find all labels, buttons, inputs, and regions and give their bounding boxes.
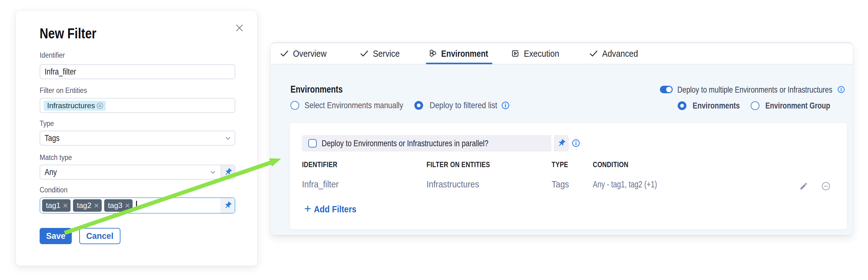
chevron-down-icon xyxy=(224,134,232,142)
radio-deploy-filtered-label: Deploy to filtered list xyxy=(430,100,508,110)
cancel-button[interactable]: Cancel xyxy=(79,228,120,244)
parallel-checkbox-label: Deploy to Environments or Infrastructure… xyxy=(322,138,528,148)
match-type-value: Any xyxy=(44,165,59,179)
tab-advanced[interactable]: Advanced xyxy=(589,43,644,64)
pin-icon xyxy=(557,139,566,148)
info-icon[interactable] xyxy=(501,101,509,109)
execution-play-icon xyxy=(511,49,520,58)
entity-chip-label: Infrastructures xyxy=(47,101,95,110)
tag-chip[interactable]: tag2 ✕ xyxy=(73,199,101,212)
tag-chip[interactable]: tag3 ✕ xyxy=(104,199,133,212)
tab-label: Advanced xyxy=(602,48,638,59)
row-condition: Any - tag1, tag2 (+1) xyxy=(593,179,678,189)
plus-icon: + xyxy=(304,203,311,214)
tab-service[interactable]: Service xyxy=(360,43,404,64)
chip-remove-icon[interactable] xyxy=(96,102,103,109)
stage-tabbar: Overview Service Environment xyxy=(271,42,853,65)
add-filters-label: Add Filters xyxy=(314,204,356,215)
identifier-label: Identifier xyxy=(40,51,67,60)
row-identifier: Infra_filter xyxy=(302,179,343,189)
deploy-multiple-toggle[interactable] xyxy=(660,86,673,93)
identifier-value: Infra_filter xyxy=(44,65,82,78)
radio-environment-group[interactable] xyxy=(751,101,760,110)
condition-field: tag1 ✕ tag2 ✕ tag3 ✕ xyxy=(40,197,235,214)
parallel-checkbox[interactable] xyxy=(308,139,317,147)
new-filter-modal: New Filter Identifier Infra_filter Filte… xyxy=(16,11,257,266)
row-type: Tags xyxy=(552,179,571,189)
tag-chip-label: tag1 xyxy=(46,201,61,210)
match-type-label: Match type xyxy=(40,153,75,162)
modal-title: New Filter xyxy=(40,26,110,40)
radio-environment-group-label: Environment Group xyxy=(765,101,845,111)
condition-label: Condition xyxy=(40,185,70,194)
tag-chip-label: tag2 xyxy=(77,201,91,210)
parallel-pin-button[interactable] xyxy=(554,135,569,151)
tab-label: Service xyxy=(373,48,400,59)
filter-on-entities-label: Filter on Entities xyxy=(40,86,91,95)
match-type-field: Any xyxy=(40,165,235,180)
tab-execution[interactable]: Execution xyxy=(511,43,565,64)
pin-icon xyxy=(224,168,232,176)
condition-pin-button[interactable] xyxy=(221,198,235,213)
screenshot-stage: New Filter Identifier Infra_filter Filte… xyxy=(0,0,868,280)
tag-remove-icon[interactable]: ✕ xyxy=(124,202,130,209)
filter-on-entities-input[interactable]: Infrastructures xyxy=(40,98,235,113)
remove-icon[interactable] xyxy=(822,182,830,190)
condition-input[interactable]: tag1 ✕ tag2 ✕ tag3 ✕ xyxy=(40,198,221,213)
table-header-condition: CONDITION xyxy=(593,161,634,169)
environments-heading: Environments xyxy=(290,84,355,95)
close-icon[interactable] xyxy=(236,24,243,32)
tab-label: Overview xyxy=(293,48,327,59)
check-icon xyxy=(280,49,289,58)
environment-hexagons-icon xyxy=(428,49,437,58)
tab-label: Environment xyxy=(441,48,488,59)
tab-label: Execution xyxy=(524,48,559,59)
radio-select-manually[interactable] xyxy=(290,101,299,110)
match-type-pin-button[interactable] xyxy=(221,165,235,179)
chevron-down-icon xyxy=(209,168,217,176)
check-icon xyxy=(360,49,369,58)
tab-overview[interactable]: Overview xyxy=(280,43,332,64)
filters-card: Deploy to Environments or Infrastructure… xyxy=(290,123,847,230)
tab-environment[interactable]: Environment xyxy=(428,43,498,64)
pipeline-stage-panel: Overview Service Environment xyxy=(271,42,853,235)
text-cursor xyxy=(136,201,137,210)
type-value: Tags xyxy=(44,131,62,145)
table-header-identifier: IDENTIFIER xyxy=(302,161,343,169)
entity-chip[interactable]: Infrastructures xyxy=(44,101,106,111)
radio-deploy-filtered[interactable] xyxy=(414,101,423,110)
active-tab-underline xyxy=(426,63,492,64)
save-button[interactable]: Save xyxy=(40,228,72,244)
match-type-select[interactable]: Any xyxy=(40,165,221,179)
add-filters-button[interactable]: + Add Filters xyxy=(304,204,361,215)
radio-environments-label: Environments xyxy=(693,101,749,111)
type-label: Type xyxy=(40,119,55,128)
info-icon[interactable] xyxy=(837,86,845,93)
pin-icon xyxy=(223,201,232,210)
radio-select-manually-label: Select Environments manually xyxy=(305,100,422,110)
type-select[interactable]: Tags xyxy=(40,131,235,146)
edit-icon[interactable] xyxy=(799,182,808,190)
parallel-checkbox-strip: Deploy to Environments or Infrastructure… xyxy=(302,135,551,151)
tag-chip[interactable]: tag1 ✕ xyxy=(42,199,70,212)
tag-remove-icon[interactable]: ✕ xyxy=(94,202,99,209)
check-icon xyxy=(589,49,598,58)
identifier-input[interactable]: Infra_filter xyxy=(40,64,235,79)
row-filter-on-entities: Infrastructures xyxy=(427,179,487,189)
table-header-type: TYPE xyxy=(552,161,571,169)
info-icon[interactable] xyxy=(572,139,580,147)
radio-environments[interactable] xyxy=(678,101,686,110)
table-header-filter-on-entities: FILTER ON ENTITIES xyxy=(427,161,500,169)
tag-chip-label: tag3 xyxy=(108,201,123,210)
tag-remove-icon[interactable]: ✕ xyxy=(63,202,68,209)
